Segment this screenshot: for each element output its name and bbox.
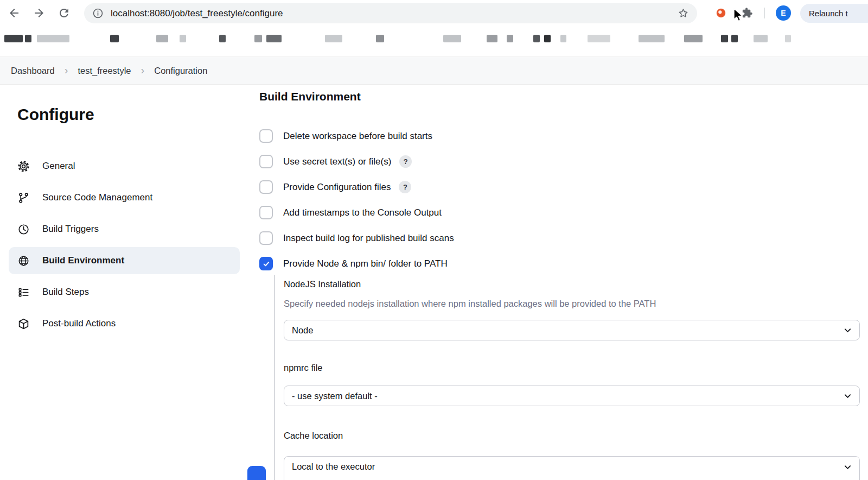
chevron-down-icon (844, 392, 852, 400)
sidebar-item-label: Build Triggers (42, 224, 99, 235)
checkbox-unchecked[interactable] (259, 155, 273, 168)
gear-icon (17, 160, 30, 173)
help-icon[interactable]: ? (399, 155, 412, 168)
chevron-down-icon (844, 463, 852, 471)
package-icon (17, 318, 30, 330)
page-info-icon[interactable] (92, 7, 104, 20)
select-value: - use system default - (292, 391, 378, 401)
screen: localhost:8080/job/test_freestyle/config… (0, 0, 868, 480)
checkbox-row[interactable]: Provide Configuration files? (259, 180, 454, 194)
bookmark-placeholder[interactable] (533, 35, 540, 42)
bookmark-placeholder[interactable] (785, 35, 791, 42)
npmrc-file-select[interactable]: - use system default - (284, 386, 860, 406)
bookmark-placeholder[interactable] (507, 35, 513, 42)
page-title: Configure (17, 105, 94, 124)
checkbox-row[interactable]: Delete workspace before build starts (259, 129, 454, 143)
checkbox-unchecked[interactable] (259, 180, 273, 194)
help-icon[interactable]: ? (399, 181, 411, 193)
bookmark-placeholder[interactable] (376, 35, 384, 42)
url-bar[interactable]: localhost:8080/job/test_freestyle/config… (84, 3, 697, 23)
checkbox-unchecked[interactable] (259, 231, 273, 245)
bookmark-placeholder[interactable] (37, 35, 69, 42)
bookmark-placeholder[interactable] (266, 35, 282, 42)
bookmark-placeholder[interactable] (180, 35, 186, 42)
globe-icon (17, 255, 30, 267)
sidebar-item-build-environment[interactable]: Build Environment (9, 247, 240, 274)
bookmark-placeholder[interactable] (219, 35, 226, 42)
checkbox-unchecked[interactable] (259, 129, 273, 143)
checkbox-row[interactable]: Add timestamps to the Console Output (259, 206, 454, 219)
checkbox-label: Provide Configuration files (283, 182, 391, 193)
back-icon[interactable] (8, 7, 21, 20)
bookmark-star-icon[interactable] (677, 7, 690, 20)
bookmark-placeholder[interactable] (684, 35, 703, 42)
sidebar-item-post-build-actions[interactable]: Post-build Actions (9, 310, 240, 337)
bookmark-placeholder[interactable] (544, 35, 551, 42)
select-value: Node (292, 325, 313, 336)
sidebar-item-build-steps[interactable]: Build Steps (9, 279, 240, 306)
checkbox-row[interactable]: Provide Node & npm bin/ folder to PATH (259, 257, 454, 270)
bookmark-placeholder[interactable] (560, 35, 566, 42)
nodejs-installation-label: NodeJS Installation (284, 279, 361, 289)
bookmark-placeholder[interactable] (487, 35, 497, 42)
list-icon (17, 286, 30, 299)
breadcrumb-dashboard[interactable]: Dashboard (11, 66, 55, 76)
checkbox-checked[interactable] (259, 257, 273, 270)
bookmark-placeholder[interactable] (25, 35, 31, 42)
save-button[interactable] (247, 466, 266, 480)
forward-icon[interactable] (33, 7, 46, 20)
reload-icon[interactable] (58, 7, 71, 20)
sidebar-item-label: Post-build Actions (42, 318, 116, 329)
bookmark-placeholder[interactable] (110, 35, 119, 42)
checkbox-row[interactable]: Use secret text(s) or file(s)? (259, 155, 454, 168)
bookmark-placeholder[interactable] (156, 35, 168, 42)
npmrc-file-label: npmrc file (284, 363, 323, 373)
sidebar-item-label: Build Steps (42, 287, 89, 298)
bookmark-placeholder[interactable] (4, 35, 23, 42)
select-value: Local to the executor (292, 462, 375, 472)
nodejs-config-section: NodeJS Installation Specify needed nodej… (274, 275, 868, 480)
nodejs-installation-select[interactable]: Node (284, 320, 860, 340)
relaunch-button[interactable]: Relaunch t (800, 4, 868, 23)
sidebar-item-build-triggers[interactable]: Build Triggers (9, 216, 240, 243)
bookmark-placeholder[interactable] (588, 35, 610, 42)
toolbar-divider (764, 8, 765, 18)
breadcrumb-job[interactable]: test_freestyle (78, 66, 131, 76)
breadcrumb-configuration: Configuration (154, 66, 207, 76)
profile-avatar[interactable]: E (776, 5, 791, 21)
checkbox-list: Delete workspace before build startsUse … (259, 129, 454, 270)
bookmark-placeholder[interactable] (254, 35, 262, 42)
bookmark-placeholder[interactable] (731, 35, 738, 42)
checkbox-row[interactable]: Inspect build log for published build sc… (259, 231, 454, 245)
bookmarks-bar (0, 26, 868, 50)
breadcrumb: Dashboard › test_freestyle › Configurati… (0, 56, 868, 85)
sidebar-nav: GeneralSource Code ManagementBuild Trigg… (9, 153, 240, 337)
cache-location-select[interactable]: Local to the executor (284, 456, 860, 480)
chevron-right-icon: › (65, 65, 68, 77)
cache-location-label: Cache location (284, 431, 343, 441)
bookmark-placeholder[interactable] (754, 35, 768, 42)
extension-badge-icon[interactable] (715, 7, 727, 19)
checkbox-label: Provide Node & npm bin/ folder to PATH (283, 258, 448, 269)
browser-toolbar: localhost:8080/job/test_freestyle/config… (0, 0, 868, 26)
checkbox-label: Use secret text(s) or file(s) (283, 156, 391, 167)
bookmark-placeholder[interactable] (721, 35, 728, 42)
bookmark-placeholder[interactable] (443, 35, 461, 42)
url-text: localhost:8080/job/test_freestyle/config… (111, 8, 677, 19)
extensions-puzzle-icon[interactable] (741, 7, 753, 19)
section-heading: Build Environment (259, 90, 361, 103)
bookmark-placeholder[interactable] (325, 35, 342, 42)
sidebar-item-source-code-management[interactable]: Source Code Management (9, 184, 240, 211)
git-branch-icon (17, 192, 30, 204)
sidebar-item-label: Source Code Management (42, 192, 152, 203)
chevron-down-icon (844, 326, 852, 334)
chevron-right-icon: › (141, 65, 145, 77)
checkbox-unchecked[interactable] (259, 206, 273, 219)
clock-icon (17, 223, 30, 236)
checkbox-label: Add timestamps to the Console Output (283, 207, 442, 218)
nodejs-installation-help-text: Specify needed nodejs installation where… (284, 299, 656, 309)
checkbox-label: Inspect build log for published build sc… (283, 233, 454, 244)
sidebar-item-general[interactable]: General (9, 153, 240, 180)
bookmark-placeholder[interactable] (639, 35, 665, 42)
sidebar-item-label: General (42, 161, 75, 172)
